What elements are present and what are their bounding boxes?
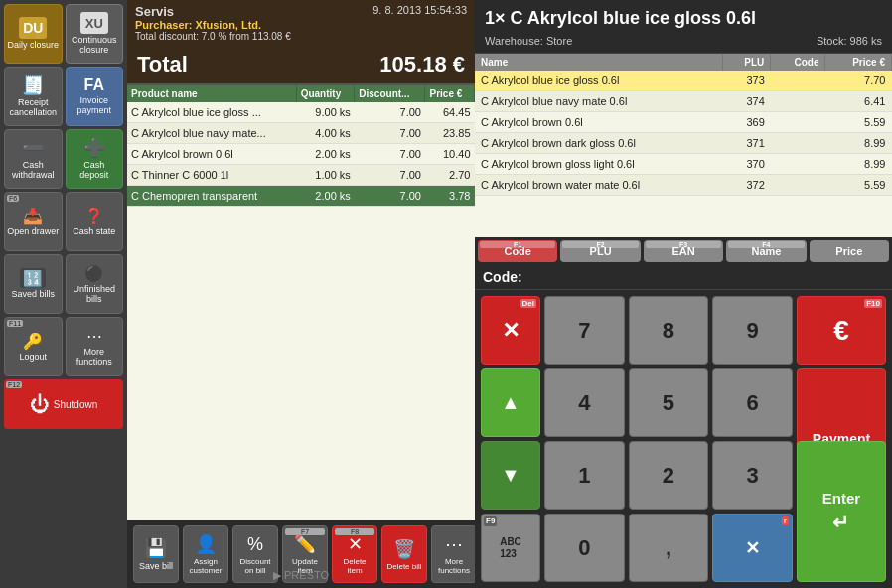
right-product-row[interactable]: C Akrylcol blue ice gloss 0.6l 373 7.70 — [475, 71, 892, 91]
sidebar-btn-continuous-closure[interactable]: XU Continuous closure — [66, 4, 124, 64]
numpad-9-button[interactable]: 9 — [712, 296, 793, 365]
sidebar-btn-more-functions[interactable]: ⋯ More functions — [66, 317, 124, 376]
func-plu-button[interactable]: F2 PLU — [560, 240, 640, 262]
product-name: C Chemopren transparent — [127, 186, 296, 207]
sidebar-btn-shutdown[interactable]: F12 ⏻ Shutdown — [4, 379, 123, 429]
numpad-del-button[interactable]: Del ✕ — [481, 296, 540, 365]
cash-deposit-icon: ➕ — [83, 137, 105, 159]
numpad-up-button[interactable]: ▲ — [481, 368, 540, 437]
product-row[interactable]: C Chemopren transparent 2.00 ks 7.00 3.7… — [127, 186, 475, 207]
f12-badge: F12 — [6, 381, 22, 388]
product-name: C Akrylcol blue ice gloss ... — [127, 102, 296, 123]
product-name: C Akrylcol brown 0.6l — [127, 144, 296, 165]
product-table-header: Product name Quantity Discount... Price … — [127, 85, 475, 102]
numpad-down-button[interactable]: ▼ — [481, 441, 540, 510]
discount-on-bill-button[interactable]: % Discount on bill — [232, 525, 278, 583]
right-product-row[interactable]: C Akrylcol brown 0.6l 369 5.59 — [475, 112, 892, 133]
right-product-row[interactable]: C Akrylcol brown gloss light 0.6l 370 8.… — [475, 154, 892, 175]
numpad-4-button[interactable]: 4 — [544, 368, 625, 437]
sidebar-btn-daily-closure[interactable]: DU Daily closure — [4, 4, 63, 64]
right-product-code — [771, 112, 825, 133]
saved-bills-icon: 🔢 — [20, 268, 46, 288]
product-price: 2.70 — [425, 165, 475, 186]
f6-badge: F6 — [7, 195, 19, 202]
code-label: Code: — [483, 269, 522, 285]
right-product-plu: 372 — [723, 175, 771, 196]
total-bar: Total 105.18 € — [127, 46, 475, 85]
sidebar-row-5: 🔢 Saved bills ⚫ Unfinished bills — [4, 254, 123, 314]
col-discount: Discount... — [355, 85, 425, 102]
numpad-7-button[interactable]: 7 — [544, 296, 625, 365]
col-code: Code — [771, 54, 825, 71]
numpad-enter-button[interactable]: Enter ↵ — [797, 441, 886, 582]
total-label: Total — [137, 52, 188, 77]
delete-bill-label: Delete bill — [386, 562, 421, 571]
assign-customer-icon: 👤 — [195, 533, 217, 555]
numpad-0-button[interactable]: 0 — [544, 514, 625, 582]
col-quantity: Quantity — [296, 85, 355, 102]
numpad-8-button[interactable]: 8 — [629, 296, 709, 365]
save-bill-label: Save bill — [139, 561, 173, 571]
sidebar-row-3: ➖ Cash withdrawal ➕ Cash deposit — [4, 129, 123, 189]
product-qty: 2.00 ks — [296, 186, 355, 207]
saved-bills-label: Saved bills — [11, 290, 55, 300]
product-row[interactable]: C Akrylcol brown 0.6l 2.00 ks 7.00 10.40 — [127, 144, 475, 165]
product-discount: 7.00 — [355, 165, 425, 186]
right-product-price: 5.59 — [825, 175, 892, 196]
delete-item-button[interactable]: F8 ✕ Delete item — [332, 525, 377, 583]
more-functions-bottom-label: More functions — [434, 557, 474, 575]
logout-icon: 🔑 — [23, 332, 43, 351]
warehouse-label: Warehouse: Store — [485, 35, 572, 47]
delete-bill-button[interactable]: 🗑️ Delete bill — [381, 525, 427, 583]
right-panel: 1× C Akrylcol blue ice gloss 0.6l Wareho… — [475, 0, 892, 588]
right-product-row[interactable]: C Akrylcol brown dark gloss 0.6l 371 8.9… — [475, 133, 892, 154]
receipt-cancel-icon: 🧾 — [22, 74, 44, 96]
func-code-button[interactable]: F1 Code — [478, 240, 557, 262]
assign-customer-label: Assign customer — [186, 557, 225, 575]
col-plu: PLU — [723, 54, 771, 71]
del-badge: Del — [520, 299, 536, 308]
product-qty: 9.00 ks — [296, 102, 355, 123]
product-row[interactable]: C Akrylcol blue ice gloss ... 9.00 ks 7.… — [127, 102, 475, 123]
assign-customer-button[interactable]: 👤 Assign customer — [183, 525, 228, 583]
product-row[interactable]: C Thinner C 6000 1l 1.00 ks 7.00 2.70 — [127, 165, 475, 186]
sidebar-btn-open-drawer[interactable]: F6 📥 Open drawer — [4, 192, 63, 251]
sidebar-btn-cash-deposit[interactable]: ➕ Cash deposit — [66, 129, 124, 189]
numpad-2-button[interactable]: 2 — [629, 441, 709, 510]
right-product-row[interactable]: C Akrylcol blue navy mate 0.6l 374 6.41 — [475, 91, 892, 112]
numpad-abc-button[interactable]: F9 ABC123 — [481, 514, 540, 582]
numpad-comma-button[interactable]: , — [629, 514, 709, 582]
right-product-price: 7.70 — [825, 71, 892, 91]
sidebar-btn-unfinished-bills[interactable]: ⚫ Unfinished bills — [66, 254, 124, 314]
sidebar-btn-cash-state[interactable]: ❓ Cash state — [66, 192, 124, 251]
cash-state-icon: ❓ — [84, 207, 104, 225]
numpad-5-button[interactable]: 5 — [629, 368, 709, 437]
product-row[interactable]: C Akrylcol blue navy mate... 4.00 ks 7.0… — [127, 123, 475, 144]
func-ean-button[interactable]: F3 EAN — [644, 240, 723, 262]
save-bill-button[interactable]: 💾 Save bill — [133, 525, 179, 583]
product-discount: 7.00 — [355, 186, 425, 207]
total-amount: 105.18 € — [379, 52, 465, 77]
func-name-button[interactable]: F4 Name — [726, 240, 806, 262]
sidebar-btn-receipt-cancellation[interactable]: 🧾 Receipt cancellation — [4, 67, 63, 126]
more-functions-bottom-button[interactable]: ⋯ More functions — [431, 525, 477, 583]
receipt-cancel-label: Receipt cancellation — [7, 98, 60, 118]
numpad-x-button[interactable]: r ✕ — [712, 514, 793, 582]
sidebar-btn-logout[interactable]: F11 🔑 Logout — [4, 317, 63, 376]
sidebar-btn-saved-bills[interactable]: 🔢 Saved bills — [4, 254, 63, 314]
func-price-button[interactable]: Price — [810, 240, 889, 262]
product-price: 10.40 — [425, 144, 475, 165]
numpad-1-button[interactable]: 1 — [544, 441, 625, 510]
delete-item-icon: ✕ — [348, 533, 363, 555]
numpad-6-button[interactable]: 6 — [712, 368, 793, 437]
right-product-name: C Akrylcol brown 0.6l — [475, 112, 723, 133]
col-price-eur: Price € — [825, 54, 892, 71]
right-product-row[interactable]: C Akrylcol brown water mate 0.6l 372 5.5… — [475, 175, 892, 196]
sidebar-btn-invoice-payment[interactable]: FA Invoice payment — [66, 67, 124, 126]
numpad-3-button[interactable]: 3 — [712, 441, 793, 510]
sidebar-btn-cash-withdrawal[interactable]: ➖ Cash withdrawal — [4, 129, 63, 189]
cash-deposit-label: Cash deposit — [69, 161, 121, 181]
numpad-euro-button[interactable]: F10 € — [797, 296, 886, 365]
product-price: 23.85 — [425, 123, 475, 144]
right-product-code — [771, 91, 825, 112]
